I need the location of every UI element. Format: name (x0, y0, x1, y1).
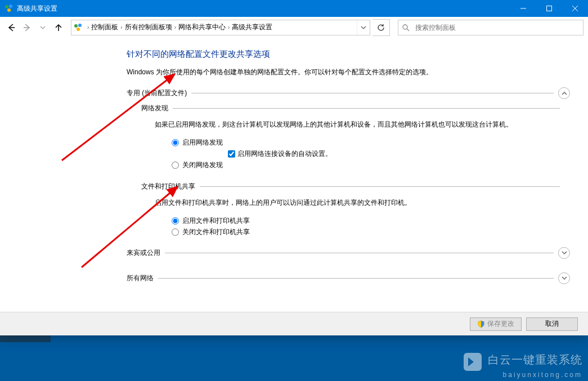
subsection-network-discovery: 网络发现 (141, 104, 588, 113)
radio-input[interactable] (172, 162, 179, 169)
section-all-label: 所有网络 (127, 274, 154, 283)
search-box[interactable] (398, 20, 583, 35)
section-guest-public[interactable]: 来宾或公用 (127, 247, 588, 259)
section-private-label: 专用 (当前配置文件) (127, 88, 187, 98)
address-dropdown[interactable] (357, 20, 370, 35)
chevron-right-icon: › (87, 24, 89, 30)
address-bar[interactable]: › 控制面板 › 所有控制面板项 › 网络和共享中心 › 高级共享设置 (71, 20, 370, 35)
page-intro: Windows 为你所使用的每个网络创建单独的网络配置文件。你可以针对每个配置文… (127, 68, 588, 77)
discovery-description: 如果已启用网络发现，则这台计算机可以发现网络上的其他计算机和设备，而且其他网络计… (155, 119, 560, 130)
svg-point-10 (74, 24, 78, 28)
page-heading: 针对不同的网络配置文件更改共享选项 (127, 49, 588, 60)
subsection-label: 网络发现 (141, 104, 168, 113)
svg-point-0 (5, 5, 8, 8)
back-button[interactable] (5, 21, 18, 34)
cancel-button[interactable]: 取消 (526, 317, 578, 331)
radio-enable-fps[interactable]: 启用文件和打印机共享 (172, 216, 588, 227)
chevron-right-icon: › (228, 24, 230, 30)
watermark-logo (464, 353, 482, 371)
radio-disable-discovery[interactable]: 关闭网络发现 (172, 159, 588, 171)
section-all-networks[interactable]: 所有网络 (127, 272, 588, 284)
divider (173, 108, 560, 109)
maximize-button[interactable] (536, 0, 562, 17)
divider (200, 186, 560, 187)
radio-input[interactable] (172, 139, 179, 146)
chevron-right-icon: › (120, 24, 122, 30)
section-guest-label: 来宾或公用 (127, 248, 160, 258)
svg-line-14 (407, 29, 409, 31)
save-changes-button[interactable]: 保存更改 (470, 317, 522, 331)
fps-description: 启用文件和打印机共享时，网络上的用户可以访问通过此计算机共享的文件和打印机。 (155, 197, 560, 208)
breadcrumb: › 控制面板 › 所有控制面板项 › 网络和共享中心 › 高级共享设置 (85, 23, 357, 32)
forward-button[interactable] (20, 21, 34, 34)
search-icon (398, 24, 413, 32)
up-button[interactable] (52, 21, 65, 34)
refresh-button[interactable] (372, 19, 390, 36)
content-pane: 针对不同的网络配置文件更改共享选项 Windows 为你所使用的每个网络创建单独… (0, 38, 588, 312)
minimize-button[interactable] (510, 0, 536, 17)
divider (191, 93, 554, 93)
shield-icon (477, 320, 485, 328)
svg-point-12 (77, 28, 80, 31)
crumb[interactable]: 控制面板 (91, 23, 118, 32)
expand-button[interactable] (558, 247, 570, 259)
subsection-label: 文件和打印机共享 (141, 182, 195, 191)
location-icon (71, 23, 85, 32)
recent-dropdown[interactable] (36, 21, 50, 34)
watermark-url: baiyunxitong.com (503, 371, 582, 379)
collapse-button[interactable] (558, 87, 570, 99)
divider (158, 278, 554, 279)
search-input[interactable] (413, 24, 583, 32)
svg-rect-4 (547, 6, 552, 11)
footer: 保存更改 取消 (0, 312, 588, 335)
app-icon (5, 4, 14, 13)
section-private[interactable]: 专用 (当前配置文件) (127, 87, 588, 99)
checkbox-auto-setup[interactable]: 启用网络连接设备的自动设置。 (228, 148, 588, 159)
watermark-text: 白云一键重装系统 (488, 353, 582, 366)
divider (165, 253, 554, 253)
window-controls (510, 0, 588, 17)
crumb[interactable]: 高级共享设置 (232, 23, 272, 32)
window: 高级共享设置 › 控制面板 › 所有控制面板项 › 网络和共享中心 › 高级共享… (0, 0, 588, 335)
svg-point-2 (7, 8, 11, 12)
expand-button[interactable] (558, 272, 570, 284)
subsection-file-print-sharing: 文件和打印机共享 (141, 182, 588, 191)
window-title: 高级共享设置 (17, 4, 57, 14)
svg-point-11 (78, 24, 82, 27)
crumb[interactable]: 网络和共享中心 (178, 23, 226, 32)
radio-input[interactable] (172, 217, 179, 225)
titlebar: 高级共享设置 (0, 0, 588, 17)
watermark: 白云一键重装系统 baiyunxitong.com (464, 353, 582, 379)
svg-point-1 (9, 5, 12, 8)
checkbox-input[interactable] (228, 150, 235, 158)
radio-disable-fps[interactable]: 关闭文件和打印机共享 (172, 227, 588, 238)
taskbar-fragment (0, 335, 51, 342)
chevron-right-icon: › (174, 24, 176, 30)
radio-enable-discovery[interactable]: 启用网络发现 (172, 137, 588, 148)
close-button[interactable] (562, 0, 588, 17)
crumb[interactable]: 所有控制面板项 (125, 23, 172, 32)
svg-point-13 (403, 25, 407, 29)
radio-input[interactable] (172, 228, 179, 236)
navbar: › 控制面板 › 所有控制面板项 › 网络和共享中心 › 高级共享设置 (0, 17, 588, 38)
